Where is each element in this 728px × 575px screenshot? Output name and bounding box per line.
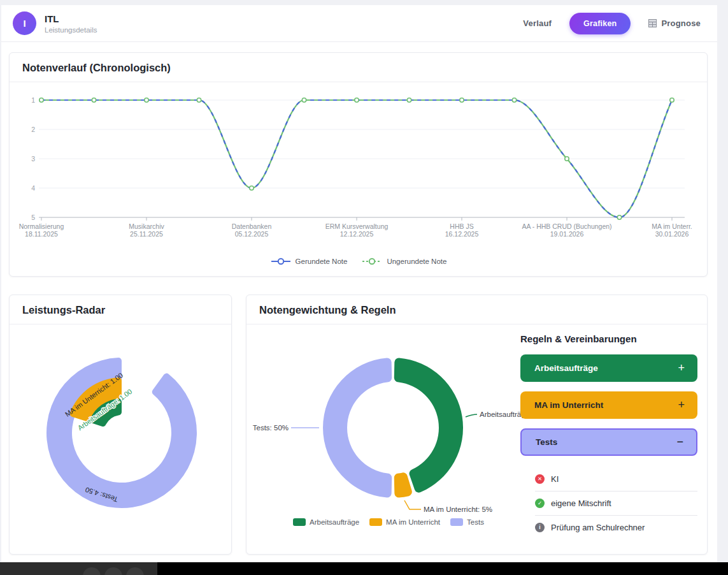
avatar-letter: I <box>23 18 25 29</box>
legend-item-arbeitsauftraege[interactable]: Arbeitsaufträge <box>293 518 359 526</box>
svg-text:30.01.2026: 30.01.2026 <box>655 230 689 238</box>
weights-body: ArbeitsaufträgeMA im Unterricht: 5%Tests… <box>246 324 707 554</box>
svg-text:25.11.2025: 25.11.2025 <box>130 230 163 238</box>
radial-performance-chart: Tests: 4.50MA im Unterricht: 1.00Arbeits… <box>10 324 231 553</box>
plus-icon: + <box>678 361 685 375</box>
svg-text:Musikarchiv: Musikarchiv <box>129 222 164 230</box>
svg-text:3: 3 <box>31 155 35 163</box>
card-title-notengewichtung: Notengewichtung & Regeln <box>246 295 707 324</box>
card-leistungs-radar: Leistungs-Radar Tests: 4.50MA im Unterri… <box>9 295 232 555</box>
svg-text:1: 1 <box>31 96 35 104</box>
line-marker-icon <box>270 258 292 265</box>
tab-grafiken[interactable]: Grafiken <box>569 13 631 34</box>
line-chart-legend: Gerundete Note Ungerundete Note <box>10 253 707 270</box>
minus-icon: − <box>676 435 683 449</box>
page-title: ITL <box>45 13 97 24</box>
legend-label: Gerundete Note <box>296 258 348 265</box>
line-marker-icon <box>361 258 383 265</box>
rule-item-ki: ✕ KI <box>535 467 697 491</box>
card-title-leistungs-radar: Leistungs-Radar <box>10 295 231 324</box>
page-subtitle: Leistungsdetails <box>45 26 97 34</box>
rules-list: ✕ KI ✓ eigene Mitschrift i Prüfung am Sc… <box>535 467 697 539</box>
control-dot-icon <box>83 567 101 575</box>
tab-prognose[interactable]: Prognose <box>648 18 701 28</box>
accordion-arbeitsauftraege[interactable]: Arbeitsaufträge + <box>520 354 697 382</box>
table-icon <box>648 19 657 27</box>
weight-donut-chart: ArbeitsaufträgeMA im Unterricht: 5%Tests… <box>252 327 525 513</box>
media-bar <box>0 562 728 575</box>
legend-label: MA im Unterricht <box>386 518 440 526</box>
accordion-tests[interactable]: Tests − <box>520 428 697 456</box>
cross-circle-icon: ✕ <box>535 474 545 484</box>
svg-text:2: 2 <box>31 126 35 133</box>
legend-swatch <box>293 518 306 526</box>
svg-text:5: 5 <box>31 214 35 221</box>
control-dot-icon <box>104 567 122 575</box>
rules-panel: Regeln & Vereinbarungen Arbeitsaufträge … <box>520 333 697 539</box>
rule-label: Prüfung am Schulrechner <box>551 523 645 532</box>
accordion-label: Tests <box>536 437 557 447</box>
legend-label: Tests <box>467 518 484 526</box>
rule-label: KI <box>551 474 559 484</box>
accordion-ma-im-unterricht[interactable]: MA im Unterricht + <box>520 391 697 419</box>
rule-label: eigene Mitschrift <box>551 499 611 508</box>
legend-item-gerundete-note[interactable]: Gerundete Note <box>270 258 348 265</box>
svg-text:MA im Unterr.: MA im Unterr. <box>652 222 692 230</box>
legend-swatch <box>369 518 382 526</box>
tab-prognose-label: Prognose <box>661 18 701 28</box>
rule-item-eigene-mitschrift: ✓ eigene Mitschrift <box>535 491 697 515</box>
page-header: I ITL Leistungsdetails Verlauf Grafiken … <box>1 5 717 42</box>
legend-item-ma-im-unterricht[interactable]: MA im Unterricht <box>369 518 440 526</box>
control-dot-icon <box>126 567 144 575</box>
tab-verlauf[interactable]: Verlauf <box>523 18 552 28</box>
legend-item-tests[interactable]: Tests <box>450 518 484 526</box>
svg-text:16.12.2025: 16.12.2025 <box>445 230 479 238</box>
media-bar-controls[interactable] <box>0 562 157 575</box>
accordion-label: Arbeitsaufträge <box>534 363 598 373</box>
svg-text:18.11.2025: 18.11.2025 <box>25 230 58 238</box>
svg-text:HHB JS: HHB JS <box>450 222 473 230</box>
svg-text:Datenbanken: Datenbanken <box>232 222 272 230</box>
accordion-label: MA im Unterricht <box>534 400 603 410</box>
legend-swatch <box>450 518 463 526</box>
check-circle-icon: ✓ <box>535 499 545 508</box>
avatar: I <box>13 11 36 35</box>
donut-legend: Arbeitsaufträge MA im Unterricht Tests <box>252 518 525 526</box>
svg-text:Tests: 50%: Tests: 50% <box>253 424 289 432</box>
header-text: ITL Leistungsdetails <box>45 13 97 34</box>
legend-label: Ungerundete Note <box>387 258 446 265</box>
weight-donut-area: ArbeitsaufträgeMA im Unterricht: 5%Tests… <box>252 327 525 526</box>
card-title-notenverlauf: Notenverlauf (Chronologisch) <box>10 53 707 82</box>
grade-trend-line-chart: 12345Normalisierung18.11.2025Musikarchiv… <box>10 82 707 253</box>
card-notenverlauf: Notenverlauf (Chronologisch) 12345Normal… <box>9 52 708 277</box>
info-circle-icon: i <box>535 523 545 532</box>
header-nav: Verlauf Grafiken Prognose <box>523 13 701 34</box>
svg-text:Arbeitsaufträge: Arbeitsaufträge <box>480 411 525 418</box>
svg-text:19.01.2026: 19.01.2026 <box>550 230 584 238</box>
svg-text:MA im Unterricht: 5%: MA im Unterricht: 5% <box>424 506 492 513</box>
svg-text:4: 4 <box>31 184 35 192</box>
rule-item-pruefung: i Prüfung am Schulrechner <box>535 515 697 539</box>
svg-text:05.12.2025: 05.12.2025 <box>235 230 269 238</box>
svg-text:12.12.2025: 12.12.2025 <box>340 230 374 238</box>
svg-text:ERM Kursverwaltung: ERM Kursverwaltung <box>325 222 389 230</box>
rules-heading: Regeln & Vereinbarungen <box>520 333 697 344</box>
svg-text:AA - HHB CRUD (Buchungen): AA - HHB CRUD (Buchungen) <box>522 222 611 230</box>
plus-icon: + <box>678 398 685 412</box>
legend-item-ungerundete-note[interactable]: Ungerundete Note <box>361 258 446 265</box>
svg-text:Normalisierung: Normalisierung <box>19 222 64 230</box>
card-notengewichtung: Notengewichtung & Regeln Arbeitsaufträge… <box>246 295 708 555</box>
legend-label: Arbeitsaufträge <box>310 518 359 526</box>
app-window: I ITL Leistungsdetails Verlauf Grafiken … <box>1 5 717 562</box>
